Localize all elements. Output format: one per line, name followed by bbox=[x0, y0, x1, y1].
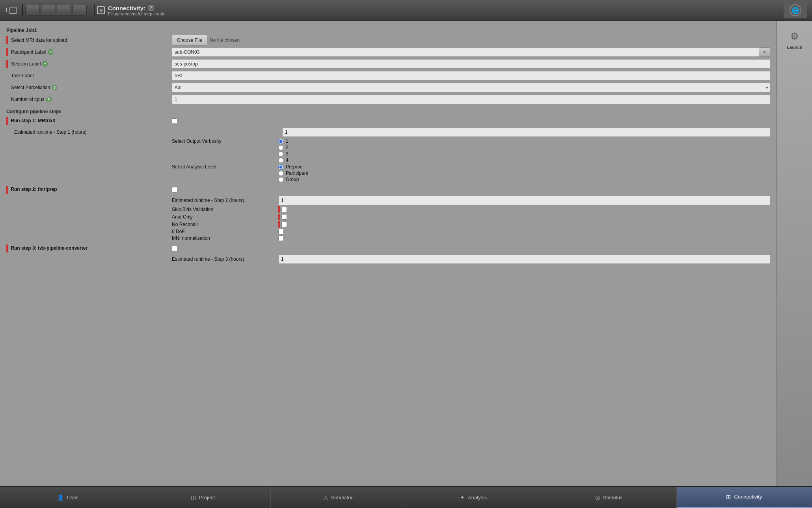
mri-upload-row: Select MRI data for upload Choose File N… bbox=[6, 35, 770, 46]
step3-runtime-label: Estimated runtime - Step 3 (hours) bbox=[172, 256, 278, 262]
step2-control bbox=[172, 187, 177, 192]
cpus-input[interactable] bbox=[172, 95, 770, 104]
parcellation-select[interactable]: Aal bbox=[172, 83, 770, 92]
header-help-icon[interactable]: ? bbox=[148, 5, 154, 11]
analysis-option-participant[interactable]: Participant bbox=[278, 170, 308, 176]
step1-label: Run step 1: MRtrix3 bbox=[6, 117, 172, 125]
step2-runtime-label: Estimated runtime - Step 2 (hours) bbox=[172, 198, 278, 203]
step2-runtime-input[interactable] bbox=[278, 196, 770, 205]
analysis-option-group[interactable]: Group bbox=[278, 177, 308, 182]
user-icon: 👤 bbox=[57, 494, 64, 501]
skip-bids-row: Skip Bids Validation bbox=[6, 206, 770, 213]
nav-label-user: User bbox=[67, 495, 78, 501]
verbosity-option-3[interactable]: 3 bbox=[278, 151, 289, 157]
session-input[interactable] bbox=[172, 59, 770, 69]
toolbar-btn-2[interactable] bbox=[41, 5, 55, 16]
nav-item-analysis[interactable]: ✦ Analysis bbox=[406, 487, 541, 508]
mni-row: MNI normalization bbox=[6, 235, 770, 241]
verbosity-radio-4[interactable] bbox=[278, 158, 283, 163]
analysis-radio-group[interactable] bbox=[278, 177, 283, 182]
parcellation-help-icon[interactable]: ? bbox=[52, 85, 57, 90]
skip-bids-indicator bbox=[278, 206, 280, 213]
participant-side-btn[interactable]: ≡ bbox=[759, 47, 770, 57]
toolbar-divider-2 bbox=[94, 4, 95, 16]
globe-icon: 🌐 bbox=[790, 4, 801, 16]
participant-input-group: ≡ bbox=[172, 47, 770, 57]
no-reconall-label: No Reconall bbox=[172, 222, 278, 227]
step3-label: Run step 3: tvb-pipeline-converter bbox=[6, 245, 172, 252]
no-reconall-checkbox[interactable] bbox=[281, 222, 287, 227]
header: 1 ⊞ Connectivity: ? Fill parameters for … bbox=[0, 0, 812, 21]
mri-upload-label: Select MRI data for upload bbox=[6, 36, 172, 44]
step1-row: Run step 1: MRtrix3 bbox=[6, 116, 770, 126]
nav-item-simulator[interactable]: △ Simulator bbox=[271, 487, 406, 508]
project-icon: ◫ bbox=[191, 494, 196, 501]
mri-red-indicator bbox=[6, 36, 8, 44]
choose-file-button[interactable]: Choose File bbox=[172, 35, 207, 46]
task-label-label: Task Label bbox=[6, 73, 172, 78]
participant-red-indicator bbox=[6, 48, 8, 56]
analysis-radio-participant[interactable] bbox=[278, 171, 283, 176]
verbosity-radio-group: 1 2 3 4 bbox=[278, 138, 289, 163]
step3-runtime-row: Estimated runtime - Step 3 (hours) bbox=[6, 254, 770, 264]
mni-label: MNI normalization bbox=[172, 235, 278, 241]
verbosity-label: Select Output Verbosity bbox=[172, 138, 278, 144]
parcellation-select-wrapper: Aal bbox=[172, 83, 770, 92]
verbosity-option-1[interactable]: 1 bbox=[278, 138, 289, 144]
participant-label-label: Participant Label ? bbox=[6, 48, 172, 56]
step3-runtime-input[interactable] bbox=[278, 254, 770, 264]
task-input[interactable] bbox=[172, 71, 770, 80]
simulator-icon: △ bbox=[324, 494, 328, 501]
cpus-control bbox=[172, 95, 770, 104]
cpus-help-icon[interactable]: ? bbox=[46, 97, 52, 102]
analysis-radio-preproc[interactable] bbox=[278, 164, 283, 170]
six-dof-checkbox[interactable] bbox=[278, 229, 284, 234]
header-right: 🌐 bbox=[784, 2, 807, 18]
step1-control bbox=[172, 118, 177, 124]
toolbar-btn-1[interactable] bbox=[25, 5, 39, 16]
mni-checkbox[interactable] bbox=[278, 235, 284, 241]
step2-indicator bbox=[6, 186, 8, 194]
parcellation-label: Select Parcellation ? bbox=[6, 85, 172, 90]
toolbar-btn-4[interactable] bbox=[73, 5, 87, 16]
session-help-icon[interactable]: ? bbox=[42, 61, 48, 67]
main-area: Pipeline Job1 Select MRI data for upload… bbox=[0, 21, 812, 486]
connectivity-header-icon: ⊞ bbox=[97, 6, 105, 14]
participant-help-icon[interactable]: ? bbox=[48, 49, 53, 55]
parcellation-row: Select Parcellation ? Aal bbox=[6, 82, 770, 93]
participant-label-row: Participant Label ? ≡ bbox=[6, 47, 770, 58]
analysis-radio-group: Preproc Participant Group bbox=[278, 164, 308, 182]
anat-only-checkbox[interactable] bbox=[281, 214, 287, 220]
step1-checkbox[interactable] bbox=[172, 118, 177, 124]
toolbar-btn-3[interactable] bbox=[57, 5, 71, 16]
nav-item-user[interactable]: 👤 User bbox=[0, 487, 135, 508]
step3-checkbox[interactable] bbox=[172, 246, 177, 251]
verbosity-radio-1[interactable] bbox=[278, 139, 283, 144]
verbosity-option-4[interactable]: 4 bbox=[278, 157, 289, 163]
nav-item-connectivity[interactable]: ⊞ Connectivity bbox=[677, 487, 812, 508]
verbosity-option-2[interactable]: 2 bbox=[278, 145, 289, 150]
cpus-label: Number of cpus ? bbox=[6, 97, 172, 102]
nav-item-project[interactable]: ◫ Project bbox=[135, 487, 270, 508]
step1-runtime-input[interactable] bbox=[282, 127, 770, 137]
session-control bbox=[172, 59, 770, 69]
analysis-option-preproc[interactable]: Preproc bbox=[278, 164, 308, 170]
nav-label-connectivity: Connectivity bbox=[734, 494, 762, 500]
mri-upload-control: Choose File No file chosen bbox=[172, 35, 770, 46]
step2-row: Run step 2: fmriprep bbox=[6, 185, 770, 195]
no-file-text: No file chosen bbox=[210, 37, 240, 43]
anat-only-row: Anat Only bbox=[6, 214, 770, 220]
header-icon bbox=[9, 7, 17, 14]
header-title-block: ⊞ Connectivity: ? Fill parameters for st… bbox=[97, 5, 784, 16]
pipeline-section-header: Pipeline Job1 bbox=[6, 25, 770, 35]
step2-checkbox[interactable] bbox=[172, 187, 177, 192]
toolbar-divider bbox=[22, 4, 23, 16]
nav-item-stimulus[interactable]: ◎ Stimulus bbox=[541, 487, 676, 508]
participant-input[interactable] bbox=[172, 47, 759, 57]
verbosity-radio-3[interactable] bbox=[278, 151, 283, 157]
launch-button[interactable]: ⚙ Launch bbox=[787, 29, 802, 50]
skip-bids-checkbox[interactable] bbox=[281, 207, 287, 212]
verbosity-radio-2[interactable] bbox=[278, 145, 283, 150]
step1-runtime-control bbox=[117, 127, 770, 137]
step1-analysis-row: Select Analysis Level Preproc Participan… bbox=[6, 164, 770, 182]
